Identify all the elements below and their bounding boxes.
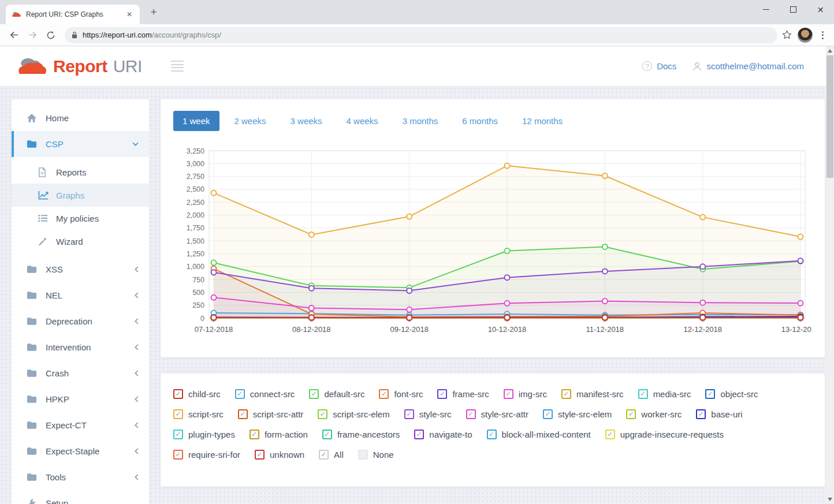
- sidebar-item-hpkp[interactable]: HPKP: [12, 386, 149, 412]
- new-tab-button[interactable]: +: [146, 5, 162, 19]
- data-point-script-src[interactable]: [700, 215, 705, 220]
- data-point-img-src[interactable]: [700, 300, 705, 305]
- tab-12-months[interactable]: 12 months: [513, 111, 572, 131]
- browser-menu-icon[interactable]: [818, 31, 827, 39]
- checkbox-checked[interactable]: ✓: [319, 450, 329, 460]
- sidebar-item-reports[interactable]: Reports: [12, 160, 149, 184]
- checkbox-checked[interactable]: ✓: [561, 389, 571, 399]
- filter-all[interactable]: ✓All: [319, 450, 344, 460]
- data-point-img-src[interactable]: [505, 301, 510, 306]
- sidebar-item-expect-staple[interactable]: Expect-Staple: [12, 438, 149, 464]
- checkbox-checked[interactable]: ✓: [322, 430, 332, 439]
- checkbox-checked[interactable]: ✓: [705, 389, 715, 399]
- browser-profile-avatar[interactable]: [798, 28, 813, 43]
- checkbox-checked[interactable]: ✓: [487, 430, 497, 439]
- checkbox-checked[interactable]: ✓: [404, 409, 414, 419]
- filter-navigate-to[interactable]: ✓navigate-to: [414, 430, 472, 439]
- data-point-default-src[interactable]: [211, 260, 217, 266]
- sidebar-item-csp[interactable]: CSP: [12, 131, 149, 157]
- reload-icon[interactable]: [43, 27, 59, 43]
- tab-1-week[interactable]: 1 week: [173, 111, 219, 131]
- data-point-unknown[interactable]: [798, 315, 803, 320]
- url-bar[interactable]: https://report-uri.com/account/graphs/cs…: [65, 27, 777, 43]
- window-close-button[interactable]: ✕: [807, 0, 834, 19]
- filter-unknown[interactable]: ✓unknown: [255, 450, 304, 460]
- data-point-script-src[interactable]: [211, 191, 217, 196]
- forward-icon[interactable]: [24, 27, 40, 43]
- data-point-script-src[interactable]: [407, 214, 412, 219]
- filter-default-src[interactable]: ✓default-src: [309, 389, 364, 399]
- data-point-script-src[interactable]: [309, 232, 314, 237]
- data-point-unknown[interactable]: [505, 315, 510, 320]
- hamburger-menu-icon[interactable]: [167, 57, 187, 75]
- checkbox-checked[interactable]: ✓: [638, 389, 648, 399]
- checkbox-checked[interactable]: ✓: [626, 409, 636, 419]
- checkbox-checked[interactable]: ✓: [414, 430, 424, 439]
- sidebar-item-home[interactable]: Home: [12, 105, 149, 131]
- data-point-style-src[interactable]: [407, 288, 412, 293]
- account-menu[interactable]: scotthelme@hotmail.com: [692, 61, 804, 71]
- data-point-img-src[interactable]: [798, 301, 803, 306]
- bookmark-star-icon[interactable]: [782, 30, 792, 40]
- back-icon[interactable]: [6, 27, 22, 43]
- data-point-script-src[interactable]: [505, 163, 510, 169]
- checkbox-checked[interactable]: ✓: [173, 389, 183, 399]
- checkbox-checked[interactable]: ✓: [543, 409, 553, 419]
- filter-media-src[interactable]: ✓media-src: [638, 389, 691, 399]
- filter-style-src-elem[interactable]: ✓style-src-elem: [543, 409, 612, 419]
- checkbox-checked[interactable]: ✓: [173, 450, 183, 460]
- data-point-unknown[interactable]: [407, 315, 412, 320]
- data-point-unknown[interactable]: [211, 315, 217, 320]
- filter-block-all-mixed-content[interactable]: ✓block-all-mixed-content: [487, 430, 591, 439]
- window-maximize-button[interactable]: [780, 0, 807, 19]
- tab-3-months[interactable]: 3 months: [393, 111, 448, 131]
- docs-link[interactable]: ? Docs: [642, 61, 676, 71]
- checkbox-unchecked[interactable]: [358, 450, 368, 460]
- filter-child-src[interactable]: ✓child-src: [173, 389, 221, 399]
- sidebar-item-intervention[interactable]: Intervention: [12, 334, 149, 360]
- checkbox-checked[interactable]: ✓: [309, 389, 319, 399]
- checkbox-checked[interactable]: ✓: [250, 430, 259, 439]
- filter-manifest-src[interactable]: ✓manifest-src: [561, 389, 624, 399]
- data-point-style-src[interactable]: [505, 275, 510, 280]
- filter-img-src[interactable]: ✓img-src: [504, 389, 547, 399]
- filter-connect-src[interactable]: ✓connect-src: [235, 389, 295, 399]
- scrollbar-thumb[interactable]: [826, 55, 833, 178]
- sidebar-item-expect-ct[interactable]: Expect-CT: [12, 412, 149, 438]
- filter-script-src-elem[interactable]: ✓script-src-elem: [318, 409, 389, 419]
- filter-worker-src[interactable]: ✓worker-src: [626, 409, 682, 419]
- data-point-default-src[interactable]: [602, 244, 608, 249]
- sidebar-item-setup[interactable]: Setup: [12, 490, 149, 504]
- scrollbar-down-arrow-icon[interactable]: [828, 498, 832, 501]
- filter-script-src[interactable]: ✓script-src: [173, 409, 224, 419]
- data-point-unknown[interactable]: [602, 315, 608, 320]
- data-point-img-src[interactable]: [407, 307, 412, 312]
- sidebar-item-my-policies[interactable]: My policies: [12, 207, 149, 230]
- data-point-style-src[interactable]: [602, 268, 608, 274]
- checkbox-checked[interactable]: ✓: [437, 389, 447, 399]
- data-point-unknown[interactable]: [309, 315, 314, 320]
- window-minimize-button[interactable]: [753, 0, 780, 19]
- checkbox-checked[interactable]: ✓: [255, 450, 265, 460]
- checkbox-checked[interactable]: ✓: [696, 409, 706, 419]
- sidebar-item-tools[interactable]: Tools: [12, 464, 149, 490]
- data-point-img-src[interactable]: [602, 298, 608, 304]
- filter-style-src-attr[interactable]: ✓style-src-attr: [466, 409, 529, 419]
- filter-style-src[interactable]: ✓style-src: [404, 409, 452, 419]
- filter-plugin-types[interactable]: ✓plugin-types: [173, 430, 235, 439]
- sidebar-item-graphs[interactable]: Graphs: [12, 184, 149, 207]
- data-point-style-src[interactable]: [211, 270, 217, 275]
- checkbox-checked[interactable]: ✓: [173, 430, 183, 439]
- checkbox-checked[interactable]: ✓: [235, 389, 245, 399]
- checkbox-checked[interactable]: ✓: [318, 409, 327, 419]
- tab-close-icon[interactable]: ✕: [125, 10, 134, 18]
- sidebar-item-nel[interactable]: NEL: [12, 282, 149, 308]
- checkbox-checked[interactable]: ✓: [504, 389, 513, 399]
- scrollbar-up-arrow-icon[interactable]: [828, 49, 832, 53]
- checkbox-checked[interactable]: ✓: [379, 389, 389, 399]
- tab-4-weeks[interactable]: 4 weeks: [337, 111, 388, 131]
- data-point-img-src[interactable]: [211, 295, 217, 300]
- sidebar-item-deprecation[interactable]: Deprecation: [12, 308, 149, 334]
- tab-2-weeks[interactable]: 2 weeks: [225, 111, 275, 131]
- browser-tab[interactable]: Report URI: CSP Graphs ✕: [6, 5, 140, 24]
